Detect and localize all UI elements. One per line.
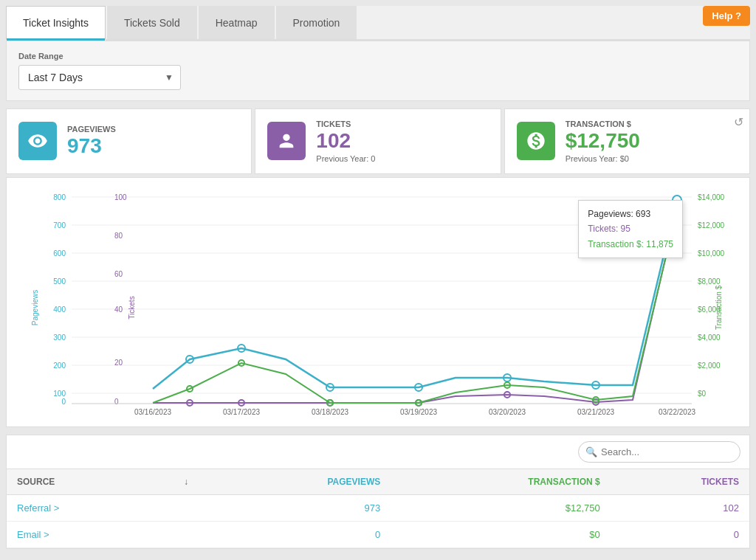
svg-text:03/21/2023: 03/21/2023 xyxy=(577,408,614,416)
tickets-cell: 0 xyxy=(611,521,749,547)
search-bar-wrap: 🔍 xyxy=(7,435,749,469)
search-input-wrap: 🔍 xyxy=(578,441,740,463)
search-input[interactable] xyxy=(578,441,740,463)
svg-text:800: 800 xyxy=(53,193,66,201)
tickets-prev: Previous Year: 0 xyxy=(316,154,488,163)
refresh-icon[interactable]: ↺ xyxy=(734,115,743,129)
sort-cell xyxy=(157,494,216,521)
svg-text:$4,000: $4,000 xyxy=(698,333,721,342)
referral-link[interactable]: Referral > xyxy=(17,502,59,514)
chart-svg: 800 700 600 500 400 300 200 100 0 Pagevi… xyxy=(18,190,738,418)
tickets-icon xyxy=(267,122,306,160)
source-cell: Email > xyxy=(7,521,157,547)
chart-section: Pageviews: 693 Tickets: 95 Transaction $… xyxy=(6,177,750,427)
tickets-value: 102 xyxy=(316,130,488,153)
table-section: 🔍 SOURCE ↓ PAGEVIEWS TRANSACTION $ TICKE… xyxy=(6,435,750,549)
svg-text:100: 100 xyxy=(114,193,127,201)
transaction-cell: $0 xyxy=(391,521,610,547)
svg-text:03/22/2023: 03/22/2023 xyxy=(659,408,695,416)
help-button[interactable]: Help ? xyxy=(703,6,750,26)
sort-cell xyxy=(157,521,216,547)
tab-bar: Ticket Insights Tickets Sold Heatmap Pro… xyxy=(6,6,750,41)
pageviews-icon xyxy=(18,122,57,160)
svg-text:03/19/2023: 03/19/2023 xyxy=(400,408,437,416)
data-table: SOURCE ↓ PAGEVIEWS TRANSACTION $ TICKETS… xyxy=(7,469,749,548)
filter-bar: Date Range Last 7 Days Last 14 Days Last… xyxy=(6,41,750,101)
svg-text:$0: $0 xyxy=(698,390,707,398)
svg-text:500: 500 xyxy=(53,277,66,286)
transaction-value: $12,750 xyxy=(566,130,738,153)
search-icon: 🔍 xyxy=(585,446,597,457)
svg-text:$2,000: $2,000 xyxy=(698,362,721,370)
svg-text:700: 700 xyxy=(53,221,66,229)
pageviews-text: PAGEVIEWS 973 xyxy=(67,125,239,158)
tab-promotion[interactable]: Promotion xyxy=(276,6,357,39)
pageviews-value: 973 xyxy=(67,135,239,158)
svg-text:Pageviews: Pageviews xyxy=(31,290,39,325)
stat-card-pageviews: PAGEVIEWS 973 xyxy=(6,108,252,174)
svg-text:20: 20 xyxy=(114,359,123,367)
pageviews-label: PAGEVIEWS xyxy=(67,125,239,134)
table-row: Email > 0 $0 0 xyxy=(7,521,749,547)
transaction-icon xyxy=(517,122,555,160)
pageviews-cell: 0 xyxy=(216,521,391,547)
svg-text:Transaction $: Transaction $ xyxy=(715,285,723,330)
svg-text:$10,000: $10,000 xyxy=(698,249,725,257)
stat-card-transaction: TRANSACTION $ $12,750 Previous Year: $0 … xyxy=(504,108,750,174)
col-tickets[interactable]: TICKETS xyxy=(611,469,749,494)
col-sort[interactable]: ↓ xyxy=(157,469,216,494)
svg-text:0: 0 xyxy=(114,398,119,406)
svg-text:40: 40 xyxy=(114,305,123,314)
tab-tickets-sold[interactable]: Tickets Sold xyxy=(107,6,197,39)
svg-text:$12,000: $12,000 xyxy=(698,221,725,229)
svg-text:100: 100 xyxy=(53,390,66,398)
transaction-prev: Previous Year: $0 xyxy=(566,154,738,163)
date-range-select-wrap: Last 7 Days Last 14 Days Last 30 Days Cu… xyxy=(18,65,181,90)
svg-text:60: 60 xyxy=(114,270,123,278)
date-range-label: Date Range xyxy=(18,52,738,61)
svg-text:03/17/2023: 03/17/2023 xyxy=(223,408,260,416)
col-source: SOURCE xyxy=(7,469,157,494)
tickets-text: TICKETS 102 Previous Year: 0 xyxy=(316,120,488,163)
svg-text:$8,000: $8,000 xyxy=(698,277,721,286)
source-cell: Referral > xyxy=(7,494,157,521)
svg-text:03/18/2023: 03/18/2023 xyxy=(312,408,348,416)
svg-text:0: 0 xyxy=(61,398,66,406)
stat-card-tickets: TICKETS 102 Previous Year: 0 xyxy=(255,108,501,174)
table-row: Referral > 973 $12,750 102 xyxy=(7,494,749,521)
email-link[interactable]: Email > xyxy=(17,529,49,540)
svg-text:300: 300 xyxy=(53,333,66,342)
col-transaction[interactable]: TRANSACTION $ xyxy=(391,469,610,494)
svg-text:80: 80 xyxy=(114,232,123,240)
svg-text:Tickets: Tickets xyxy=(128,296,136,319)
svg-text:03/20/2023: 03/20/2023 xyxy=(489,408,526,416)
transaction-label: TRANSACTION $ xyxy=(566,120,738,128)
tickets-label: TICKETS xyxy=(316,120,488,128)
pageviews-cell: 973 xyxy=(216,494,391,521)
svg-text:600: 600 xyxy=(53,249,66,257)
date-range-select[interactable]: Last 7 Days Last 14 Days Last 30 Days Cu… xyxy=(18,65,181,90)
svg-text:$14,000: $14,000 xyxy=(698,193,725,201)
col-pageviews[interactable]: PAGEVIEWS xyxy=(216,469,391,494)
tickets-cell: 102 xyxy=(611,494,749,521)
transaction-text: TRANSACTION $ $12,750 Previous Year: $0 xyxy=(566,120,738,163)
stat-cards: PAGEVIEWS 973 TICKETS 102 Previous Year:… xyxy=(6,108,750,174)
svg-text:200: 200 xyxy=(53,362,66,370)
transaction-cell: $12,750 xyxy=(391,494,610,521)
tab-ticket-insights[interactable]: Ticket Insights xyxy=(6,6,106,41)
svg-text:03/16/2023: 03/16/2023 xyxy=(134,408,171,416)
tab-heatmap[interactable]: Heatmap xyxy=(199,6,275,39)
svg-text:400: 400 xyxy=(53,305,66,314)
